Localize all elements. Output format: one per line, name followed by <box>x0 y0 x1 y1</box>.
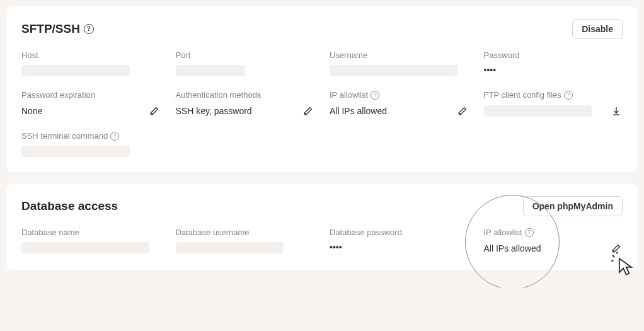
password-field: Password •••• <box>484 50 623 76</box>
db-panel-title: Database access <box>21 199 118 213</box>
username-label: Username <box>330 50 469 60</box>
username-value <box>330 65 457 76</box>
ip-allowlist-value: All IPs allowed <box>330 106 387 116</box>
sftp-panel-header: SFTP/SSH ? Disable <box>21 19 623 39</box>
password-expiration-field: Password expiration None <box>21 90 161 117</box>
ip-allowlist-field: IP allowlist ? All IPs allowed <box>330 90 469 117</box>
db-password-field: Database password •••• <box>330 228 469 255</box>
db-password-value: •••• <box>330 242 469 252</box>
auth-methods-value: SSH key, password <box>176 106 252 116</box>
edit-auth-methods-button[interactable] <box>302 105 314 117</box>
auth-methods-field: Authentication methods SSH key, password <box>176 90 315 117</box>
username-field: Username <box>330 50 469 76</box>
ftp-config-label-text: FTP client config files <box>484 90 561 100</box>
ip-allowlist-label: IP allowlist ? <box>330 90 469 100</box>
host-field: Host <box>21 50 161 76</box>
open-phpmyadmin-button[interactable]: Open phpMyAdmin <box>523 196 623 216</box>
edit-ip-allowlist-button[interactable] <box>456 105 469 117</box>
disable-button[interactable]: Disable <box>572 19 623 39</box>
db-username-label: Database username <box>176 228 315 237</box>
pencil-icon <box>611 243 621 253</box>
ssh-cmd-field: SSH terminal command ? <box>21 131 161 157</box>
db-panel-header: Database access Open phpMyAdmin <box>21 196 623 216</box>
password-value: •••• <box>484 65 623 75</box>
db-name-value <box>21 242 149 253</box>
db-username-field: Database username <box>176 228 315 255</box>
help-icon[interactable]: ? <box>564 91 573 100</box>
sftp-title-text: SFTP/SSH <box>21 22 80 36</box>
ftp-config-value <box>484 105 592 117</box>
help-icon[interactable]: ? <box>525 228 534 237</box>
db-fields-grid: Database name Database username Database… <box>21 228 623 255</box>
db-name-field: Database name <box>21 228 161 255</box>
ftp-config-label: FTP client config files ? <box>484 90 623 100</box>
edit-db-ip-allowlist-button[interactable] <box>610 242 623 255</box>
database-access-panel: Database access Open phpMyAdmin Database… <box>6 183 638 270</box>
download-icon <box>611 106 621 116</box>
pencil-icon <box>303 106 313 116</box>
db-title-text: Database access <box>21 199 118 213</box>
ssh-cmd-label: SSH terminal command ? <box>21 131 161 141</box>
password-label: Password <box>484 50 623 60</box>
db-name-label: Database name <box>21 228 161 237</box>
port-field: Port <box>176 50 315 76</box>
host-value <box>21 65 130 76</box>
pencil-icon <box>457 106 468 116</box>
db-ip-allowlist-value: All IPs allowed <box>484 243 541 253</box>
pencil-icon <box>149 106 159 116</box>
help-icon[interactable]: ? <box>110 132 119 141</box>
help-icon[interactable]: ? <box>84 24 94 34</box>
port-label: Port <box>176 50 315 60</box>
sftp-ssh-panel: SFTP/SSH ? Disable Host Port Username Pa… <box>6 6 638 172</box>
ssh-cmd-value <box>21 146 130 157</box>
port-value <box>176 65 245 76</box>
edit-password-expiration-button[interactable] <box>148 105 161 117</box>
password-expiration-label: Password expiration <box>21 90 161 100</box>
password-expiration-value: None <box>21 106 42 116</box>
db-password-label: Database password <box>330 228 469 237</box>
sftp-panel-title: SFTP/SSH ? <box>21 22 94 36</box>
db-ip-allowlist-label: IP allowlist ? <box>484 228 623 237</box>
auth-methods-label: Authentication methods <box>176 90 315 100</box>
host-label: Host <box>21 50 161 60</box>
db-username-value <box>176 242 284 253</box>
db-ip-allowlist-label-text: IP allowlist <box>484 228 522 237</box>
download-ftp-config-button[interactable] <box>610 105 623 117</box>
ssh-cmd-label-text: SSH terminal command <box>21 131 108 141</box>
sftp-fields-grid: Host Port Username Password •••• Passwor… <box>21 50 623 157</box>
ftp-config-field: FTP client config files ? <box>484 90 623 117</box>
help-icon[interactable]: ? <box>371 91 379 100</box>
db-ip-allowlist-field: IP allowlist ? All IPs allowed <box>484 228 623 255</box>
ip-allowlist-label-text: IP allowlist <box>330 90 368 100</box>
